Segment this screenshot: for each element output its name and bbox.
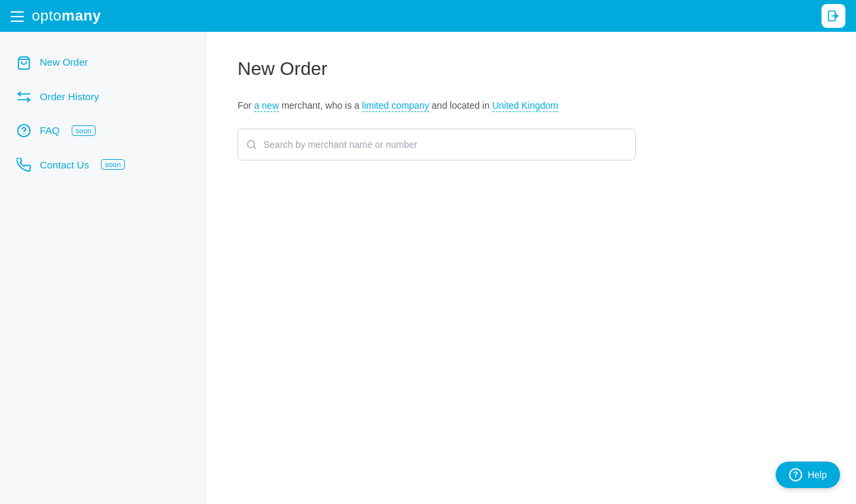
desc-limited-company-link[interactable]: limited company xyxy=(362,100,429,112)
desc-middle1: merchant, who is a xyxy=(279,100,362,111)
hamburger-icon[interactable] xyxy=(11,9,24,23)
sidebar-item-order-history-label: Order History xyxy=(40,91,99,102)
brand-suffix: many xyxy=(62,7,101,25)
sidebar-item-faq-label: FAQ xyxy=(40,125,60,136)
phone-icon xyxy=(16,157,32,172)
svg-rect-2 xyxy=(11,21,24,22)
search-container xyxy=(238,129,636,160)
main-content: New Order For a new merchant, who is a l… xyxy=(206,32,856,504)
sidebar-item-new-order[interactable]: New Order xyxy=(0,45,205,80)
page-title: New Order xyxy=(238,58,824,80)
svg-rect-0 xyxy=(11,11,24,13)
help-button[interactable]: ? Help xyxy=(776,462,840,488)
bag-icon xyxy=(16,54,32,70)
topnav-right xyxy=(821,4,845,28)
description-line: For a new merchant, who is a limited com… xyxy=(238,98,824,113)
sidebar-item-faq[interactable]: FAQ soon xyxy=(0,113,205,148)
sidebar-item-order-history[interactable]: Order History xyxy=(0,80,205,113)
desc-middle2: and located in xyxy=(429,100,492,111)
help-circle-icon: ? xyxy=(789,468,802,481)
brand-logo: optomany xyxy=(32,7,101,25)
sidebar: New Order Order History FAQ soo xyxy=(0,32,206,504)
desc-prefix: For xyxy=(238,100,254,111)
search-icon xyxy=(246,139,257,150)
brand-prefix: opto xyxy=(32,7,62,25)
merchant-search-input[interactable] xyxy=(263,139,627,150)
sidebar-item-contact-us-label: Contact Us xyxy=(40,159,89,170)
question-icon xyxy=(16,123,32,139)
logout-button[interactable] xyxy=(821,4,845,28)
app-layout: New Order Order History FAQ soo xyxy=(0,32,856,504)
content-card: New Order For a new merchant, who is a l… xyxy=(206,32,856,504)
sidebar-item-contact-us[interactable]: Contact Us soon xyxy=(0,147,205,182)
desc-a-new-link[interactable]: a new xyxy=(254,100,279,112)
arrows-icon xyxy=(16,89,32,104)
svg-line-9 xyxy=(253,147,255,149)
topnav-left: optomany xyxy=(11,7,101,25)
help-label: Help xyxy=(808,470,827,480)
desc-united-kingdom-link[interactable]: United Kingdom xyxy=(492,100,559,112)
contact-soon-badge: soon xyxy=(101,159,125,170)
topnav: optomany xyxy=(0,0,856,32)
faq-soon-badge: soon xyxy=(72,125,96,136)
svg-rect-1 xyxy=(11,16,24,17)
sidebar-item-new-order-label: New Order xyxy=(40,56,88,68)
